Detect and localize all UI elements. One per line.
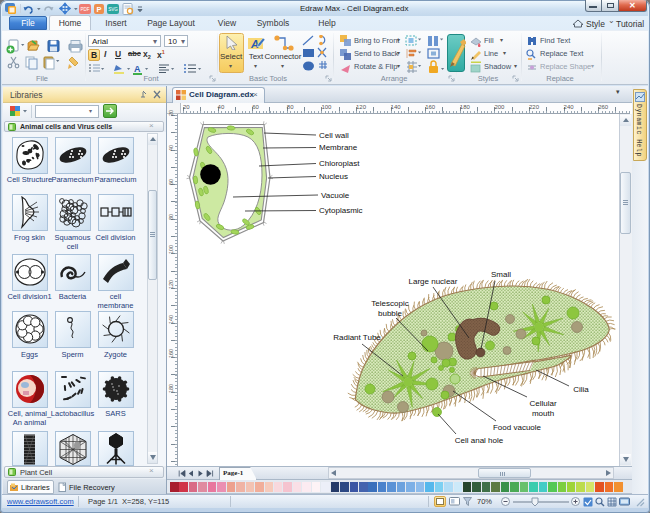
svg-text:Cytoplasmic: Cytoplasmic [319,206,363,215]
svg-text:Cellular: Cellular [529,399,556,408]
svg-text:A: A [134,64,141,74]
svg-text:Large nuclear: Large nuclear [409,277,458,286]
svg-text:Cilia: Cilia [573,385,589,394]
svg-text:Membrane: Membrane [319,143,358,152]
svg-text:A: A [250,38,259,50]
svg-text:bubble: bubble [378,309,403,318]
svg-text:PDF: PDF [80,7,89,12]
svg-text:Small: Small [491,270,511,279]
svg-text:Cell anal hole: Cell anal hole [455,436,504,445]
svg-text:Cell wall: Cell wall [319,131,349,140]
svg-text:SVG: SVG [108,7,118,12]
svg-text:mouth: mouth [532,409,554,418]
svg-text:Food vacuole: Food vacuole [493,423,542,432]
svg-text:Telescopic: Telescopic [371,299,408,308]
svg-text:Radiant Tube: Radiant Tube [333,333,381,342]
svg-text:Chloroplast: Chloroplast [319,159,360,168]
svg-text:Vacuole: Vacuole [321,191,350,200]
svg-text:P: P [96,5,101,14]
svg-text:Nucleus: Nucleus [319,172,348,181]
